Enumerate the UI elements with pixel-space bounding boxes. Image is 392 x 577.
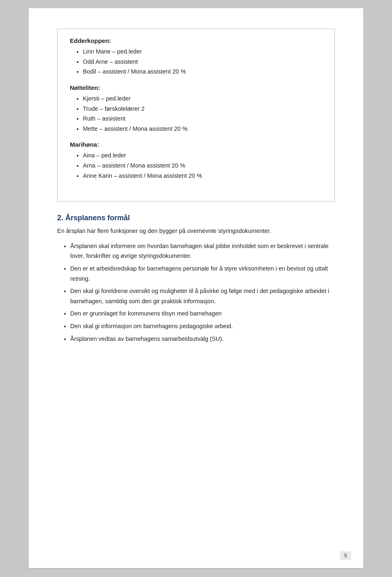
chapter-bullet-list: Årsplanen skal informere om hvordan barn… [70, 241, 335, 344]
chapter-name: Årsplanens formål [65, 214, 130, 222]
chapter-number: 2. [57, 214, 63, 222]
chapter-intro: En årsplan har flere funksjoner og den b… [57, 226, 335, 236]
marihona-heading: Marihøna: [70, 141, 322, 148]
list-item: Odd Arne – assistent [83, 57, 322, 67]
list-item: Aina – ped.leder [83, 150, 322, 161]
page: Edderkoppen: Linn Marie – ped.leder Odd … [29, 8, 363, 568]
edderkoppen-heading: Edderkoppen: [70, 37, 322, 44]
list-item: Årsplanen vedtas av barnehagens samarbei… [70, 334, 335, 344]
list-item: Arna – assistent / Mona assistent 20 % [83, 161, 322, 171]
list-item: Anne Karin – assistent / Mona assistent … [83, 171, 322, 181]
edderkoppen-section: Edderkoppen: Linn Marie – ped.leder Odd … [70, 37, 322, 77]
list-item: Den er grunnlaget for kommunens tilsyn m… [70, 309, 335, 319]
chapter-title: 2. Årsplanens formål [57, 214, 335, 222]
list-item: Den skal gi informasjon om barnehagens p… [70, 321, 335, 331]
staff-section-box: Edderkoppen: Linn Marie – ped.leder Odd … [57, 29, 335, 201]
list-item: Kjersti – ped.leder [83, 94, 322, 104]
list-item: Bodil – assistent / Mona assistent 20 % [83, 67, 322, 77]
marihona-list: Aina – ped.leder Arna – assistent / Mona… [83, 150, 322, 181]
list-item: Linn Marie – ped.leder [83, 47, 322, 57]
list-item: Ruth – assistent [83, 114, 322, 124]
list-item: Mette – assistent / Mona assistent 20 % [83, 124, 322, 134]
list-item: Årsplanen skal informere om hvordan barn… [70, 241, 335, 261]
edderkoppen-list: Linn Marie – ped.leder Odd Arne – assist… [83, 47, 322, 77]
page-number: 5 [340, 551, 351, 560]
notteliten-section: Nøtteliten: Kjersti – ped.leder Trude – … [70, 84, 322, 134]
notteliten-heading: Nøtteliten: [70, 84, 322, 91]
list-item: Den skal gi foreldrene oversikt og mulig… [70, 286, 335, 306]
marihona-section: Marihøna: Aina – ped.leder Arna – assist… [70, 141, 322, 181]
list-item: Trude – førskolelærer 2 [83, 104, 322, 114]
list-item: Den er et arbeidsredskap for barnehagens… [70, 264, 335, 284]
notteliten-list: Kjersti – ped.leder Trude – førskolelære… [83, 94, 322, 134]
chapter-section: 2. Årsplanens formål En årsplan har fler… [57, 214, 335, 344]
